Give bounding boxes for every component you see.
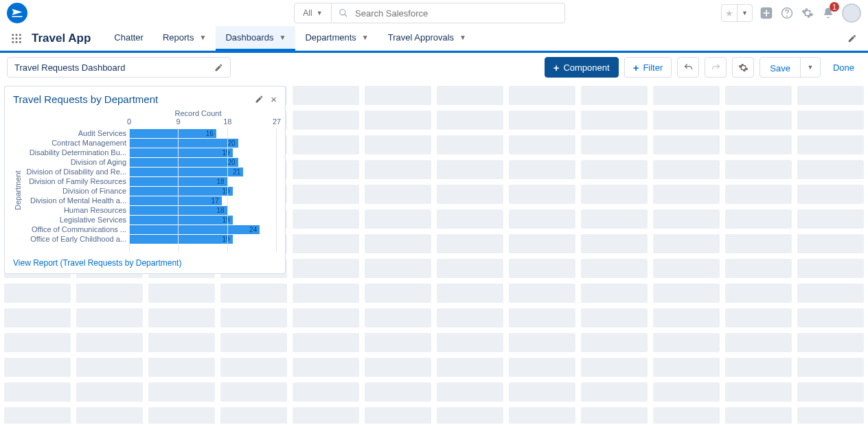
nav-tab-dashboards[interactable]: Dashboards▼ xyxy=(216,26,295,51)
grid-cell xyxy=(797,259,864,278)
grid-cell xyxy=(653,160,720,179)
chart-bar[interactable]: 21 xyxy=(129,168,243,176)
grid-cell xyxy=(797,284,864,303)
grid-cell xyxy=(797,185,864,204)
nav-tab-departments[interactable]: Departments▼ xyxy=(295,26,378,51)
grid-cell xyxy=(725,333,792,352)
grid-cell xyxy=(653,111,720,130)
chart-widget[interactable]: Travel Requests by Department × Record C… xyxy=(4,86,286,274)
chart-bar-value: 18 xyxy=(217,206,225,215)
grid-cell xyxy=(4,358,71,377)
dashboard-header: Travel Requests Dashboard + Component + … xyxy=(0,53,868,82)
user-avatar[interactable] xyxy=(842,3,861,23)
grid-cell xyxy=(365,382,431,402)
chart-bar-value: 24 xyxy=(249,225,257,234)
app-nav-bar: Travel App ChatterReports▼Dashboards▼Dep… xyxy=(0,26,868,51)
grid-cell xyxy=(725,185,792,204)
redo-button[interactable] xyxy=(705,57,727,78)
add-component-button[interactable]: + Component xyxy=(545,57,619,78)
grid-cell xyxy=(293,209,359,229)
chart-bar[interactable]: 20 xyxy=(129,139,238,148)
grid-cell xyxy=(509,308,575,328)
grid-cell xyxy=(509,358,575,377)
grid-cell xyxy=(725,234,792,253)
grid-cell xyxy=(220,333,287,352)
undo-button[interactable] xyxy=(677,57,699,78)
grid-cell xyxy=(581,86,648,105)
grid-cell xyxy=(581,209,648,229)
done-label: Done xyxy=(833,62,854,73)
chart-bar[interactable]: 16 xyxy=(129,129,216,138)
search-input[interactable] xyxy=(355,8,558,19)
chart-bar[interactable]: 17 xyxy=(129,196,222,205)
notification-badge: 1 xyxy=(830,2,839,12)
grid-cell xyxy=(437,259,503,278)
chart-bar[interactable]: 20 xyxy=(129,158,238,167)
grid-cell xyxy=(581,111,648,130)
grid-cell xyxy=(4,284,71,303)
pencil-icon[interactable] xyxy=(214,63,223,72)
chart-bar[interactable]: 24 xyxy=(129,225,260,234)
chart-category-label: Division of Disability and Re... xyxy=(23,167,129,176)
svg-point-0 xyxy=(340,10,345,15)
view-report-link[interactable]: View Report (Travel Requests by Departme… xyxy=(13,258,277,268)
add-component-label: Component xyxy=(563,62,609,73)
chart-bar[interactable]: 19 xyxy=(129,148,233,157)
dashboard-settings-button[interactable] xyxy=(732,57,754,78)
grid-cell xyxy=(581,284,648,303)
search-scope-dropdown[interactable]: All ▼ xyxy=(294,3,332,23)
grid-cell xyxy=(220,308,287,328)
grid-cell xyxy=(509,209,575,229)
nav-tab-reports[interactable]: Reports▼ xyxy=(153,26,216,51)
save-dropdown[interactable]: ▼ xyxy=(801,58,820,77)
save-button[interactable]: Save xyxy=(760,58,801,78)
dashboard-title-input[interactable]: Travel Requests Dashboard xyxy=(7,57,231,78)
favorites-button[interactable]: ★ ▼ xyxy=(721,4,753,22)
svg-point-8 xyxy=(12,37,14,39)
nav-tab-label: Departments xyxy=(305,32,356,43)
chart-tick: 27 xyxy=(273,117,281,126)
chart-bar-value: 17 xyxy=(212,196,219,205)
dashboard-canvas[interactable]: Travel Requests by Department × Record C… xyxy=(0,82,868,424)
search-box[interactable] xyxy=(332,3,565,23)
grid-cell xyxy=(581,407,648,424)
add-button[interactable] xyxy=(760,6,773,20)
app-launcher-icon[interactable] xyxy=(7,29,26,48)
add-filter-button[interactable]: + Filter xyxy=(624,57,672,78)
grid-cell xyxy=(365,135,431,154)
chart-bar-value: 19 xyxy=(222,187,229,196)
grid-cell xyxy=(653,234,720,253)
search-icon xyxy=(339,8,348,18)
nav-tab-travel-approvals[interactable]: Travel Approvals▼ xyxy=(378,26,476,51)
grid-cell xyxy=(509,86,575,105)
chart-gridline xyxy=(178,128,179,253)
grid-cell xyxy=(4,308,71,328)
edit-nav-icon[interactable] xyxy=(843,34,861,43)
app-name: Travel App xyxy=(32,32,91,45)
chart-category-label: Audit Services xyxy=(23,128,129,138)
chart-bar[interactable]: 19 xyxy=(129,216,233,225)
chart-bar-value: 20 xyxy=(227,139,235,148)
grid-cell xyxy=(653,358,720,377)
grid-cell xyxy=(4,382,71,402)
grid-cell xyxy=(653,185,720,204)
grid-cell xyxy=(653,86,720,105)
notifications-icon[interactable]: 1 xyxy=(821,6,835,20)
chart-category-labels: Audit ServicesContract ManagementDisabil… xyxy=(23,128,129,253)
edit-widget-icon[interactable] xyxy=(255,95,264,104)
chart-bar[interactable]: 19 xyxy=(129,235,233,244)
grid-cell xyxy=(148,358,215,377)
grid-cell xyxy=(4,333,71,352)
help-icon[interactable] xyxy=(780,6,794,20)
grid-cell xyxy=(365,160,431,179)
nav-tab-chatter[interactable]: Chatter xyxy=(104,26,153,51)
done-button[interactable]: Done xyxy=(826,57,861,78)
grid-cell xyxy=(797,333,864,352)
grid-cell xyxy=(148,382,215,402)
chart-bar[interactable]: 19 xyxy=(129,187,233,196)
chevron-down-icon: ▼ xyxy=(742,10,748,16)
setup-icon[interactable] xyxy=(801,6,814,20)
chart-tick: 18 xyxy=(223,117,231,126)
close-widget-icon[interactable]: × xyxy=(271,95,277,104)
chart-bar-row: 20 xyxy=(129,138,276,148)
